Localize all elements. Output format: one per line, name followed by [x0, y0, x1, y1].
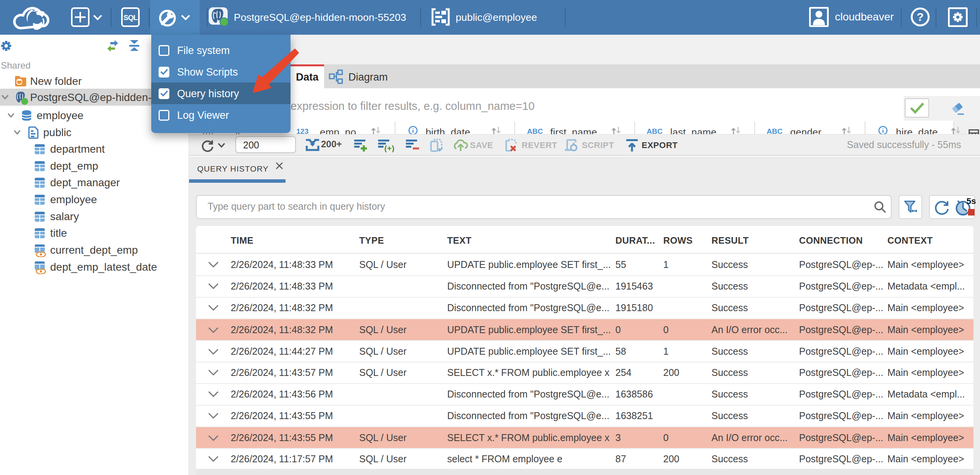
svg-text:5s: 5s — [966, 196, 976, 206]
svg-text:(+): (+) — [384, 144, 394, 152]
svg-text:SQL: SQL — [123, 13, 138, 22]
svg-text:?: ? — [917, 10, 924, 23]
